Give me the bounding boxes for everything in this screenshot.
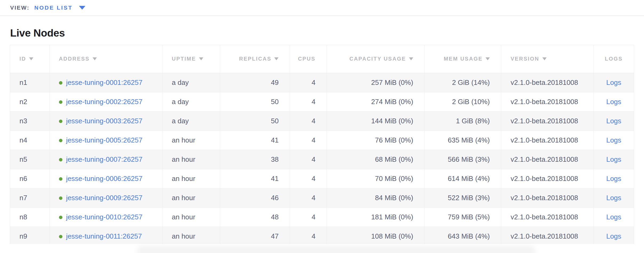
- cell-id: n8: [10, 207, 49, 227]
- cell-version: v2.1.0-beta.20181008: [501, 131, 594, 150]
- node-address-link[interactable]: jesse-tuning-0005:26257: [66, 136, 142, 144]
- sort-desc-arrow-icon: [199, 57, 203, 60]
- cell-version: v2.1.0-beta.20181008: [501, 188, 594, 207]
- logs-link[interactable]: Logs: [606, 232, 621, 240]
- green-dot-icon: [59, 235, 62, 238]
- chevron-down-icon: [79, 6, 85, 10]
- cell-mem_usage: 522 MiB (3%): [424, 188, 501, 207]
- cell-uptime: an hour: [162, 227, 220, 246]
- cell-capacity_usage: 181 MiB (0%): [327, 207, 424, 227]
- logs-link[interactable]: Logs: [606, 98, 621, 106]
- cell-uptime: a day: [162, 111, 220, 131]
- cell-version: v2.1.0-beta.20181008: [501, 207, 594, 227]
- node-address-link[interactable]: jesse-tuning-0006:26257: [66, 175, 142, 183]
- green-dot-icon: [59, 216, 62, 219]
- cell-mem_usage: 1 GiB (8%): [424, 111, 501, 131]
- node-address-link[interactable]: jesse-tuning-0011:26257: [66, 232, 142, 240]
- cell-logs: Logs: [594, 92, 634, 111]
- cell-uptime: an hour: [162, 150, 220, 169]
- bottom-shadow: [137, 246, 535, 253]
- table-row: n6jesse-tuning-0006:26257an hour41470 Mi…: [10, 169, 634, 188]
- node-address-link[interactable]: jesse-tuning-0009:26257: [66, 194, 142, 202]
- cell-logs: Logs: [594, 150, 634, 169]
- cell-uptime: an hour: [162, 169, 220, 188]
- cell-version: v2.1.0-beta.20181008: [501, 227, 594, 246]
- node-address-link[interactable]: jesse-tuning-0010:26257: [66, 213, 142, 221]
- node-address-link[interactable]: jesse-tuning-0007:26257: [66, 155, 142, 163]
- cell-logs: Logs: [594, 111, 634, 131]
- cell-capacity_usage: 257 MiB (0%): [327, 73, 424, 92]
- table-row: n4jesse-tuning-0005:26257an hour41476 Mi…: [10, 131, 634, 150]
- cell-logs: Logs: [594, 131, 634, 150]
- cell-version: v2.1.0-beta.20181008: [501, 111, 594, 131]
- column-header-cpus: CPUS: [290, 45, 327, 73]
- logs-link[interactable]: Logs: [606, 175, 621, 183]
- column-header-address[interactable]: ADDRESS: [49, 45, 162, 73]
- column-header-uptime[interactable]: UPTIME: [162, 45, 220, 73]
- table-header: IDADDRESSUPTIMEREPLICASCPUSCAPACITY USAG…: [10, 45, 634, 73]
- node-address-link[interactable]: jesse-tuning-0001:26257: [66, 78, 142, 86]
- cell-address: jesse-tuning-0006:26257: [49, 169, 162, 188]
- cell-mem_usage: 643 MiB (4%): [424, 227, 501, 246]
- logs-link[interactable]: Logs: [606, 136, 621, 144]
- table-row: n7jesse-tuning-0009:26257an hour46484 Mi…: [10, 188, 634, 207]
- cell-mem_usage: 614 MiB (4%): [424, 169, 501, 188]
- live-nodes-table: IDADDRESSUPTIMEREPLICASCPUSCAPACITY USAG…: [10, 45, 634, 246]
- cell-mem_usage: 635 MiB (4%): [424, 131, 501, 150]
- cell-cpus: 4: [290, 131, 327, 150]
- logs-link[interactable]: Logs: [606, 194, 621, 202]
- cell-id: n5: [10, 150, 49, 169]
- cell-uptime: an hour: [162, 188, 220, 207]
- cell-address: jesse-tuning-0001:26257: [49, 73, 162, 92]
- cell-capacity_usage: 108 MiB (0%): [327, 227, 424, 246]
- column-header-label: LOGS: [605, 56, 623, 62]
- cell-logs: Logs: [594, 207, 634, 227]
- cell-version: v2.1.0-beta.20181008: [501, 169, 594, 188]
- cell-logs: Logs: [594, 73, 634, 92]
- cell-capacity_usage: 144 MiB (0%): [327, 111, 424, 131]
- green-dot-icon: [59, 139, 62, 142]
- page-title: Live Nodes: [0, 16, 644, 39]
- column-header-label: ADDRESS: [59, 56, 90, 62]
- cell-mem_usage: 2 GiB (14%): [424, 73, 501, 92]
- column-header-id[interactable]: ID: [10, 45, 49, 73]
- sort-desc-arrow-icon: [93, 57, 97, 60]
- table-row: n2jesse-tuning-0002:26257a day504274 MiB…: [10, 92, 634, 111]
- cell-capacity_usage: 68 MiB (0%): [327, 150, 424, 169]
- logs-link[interactable]: Logs: [606, 155, 621, 163]
- cell-address: jesse-tuning-0011:26257: [49, 227, 162, 246]
- table-row: n3jesse-tuning-0003:26257a day504144 MiB…: [10, 111, 634, 131]
- sort-desc-arrow-icon: [542, 57, 547, 60]
- cell-cpus: 4: [290, 150, 327, 169]
- column-header-label: ID: [19, 56, 26, 62]
- logs-link[interactable]: Logs: [606, 78, 621, 86]
- table-body: n1jesse-tuning-0001:26257a day494257 MiB…: [10, 73, 634, 246]
- cell-address: jesse-tuning-0002:26257: [49, 92, 162, 111]
- sort-desc-arrow-icon: [486, 57, 490, 60]
- cell-id: n9: [10, 227, 49, 246]
- cell-replicas: 38: [220, 150, 290, 169]
- cell-version: v2.1.0-beta.20181008: [501, 92, 594, 111]
- cell-logs: Logs: [594, 188, 634, 207]
- node-address-link[interactable]: jesse-tuning-0003:26257: [66, 117, 142, 125]
- cell-replicas: 41: [220, 131, 290, 150]
- logs-link[interactable]: Logs: [606, 213, 621, 221]
- column-header-capacity_usage[interactable]: CAPACITY USAGE: [327, 45, 424, 73]
- column-header-replicas[interactable]: REPLICAS: [220, 45, 290, 73]
- node-address-link[interactable]: jesse-tuning-0002:26257: [66, 98, 142, 106]
- cell-replicas: 41: [220, 169, 290, 188]
- view-selector-dropdown[interactable]: NODE LIST: [34, 5, 86, 11]
- cell-uptime: a day: [162, 73, 220, 92]
- column-header-label: VERSION: [511, 56, 539, 62]
- cell-cpus: 4: [290, 73, 327, 92]
- cell-id: n2: [10, 92, 49, 111]
- cell-replicas: 50: [220, 111, 290, 131]
- cell-capacity_usage: 76 MiB (0%): [327, 131, 424, 150]
- column-header-mem_usage[interactable]: MEM USAGE: [424, 45, 501, 73]
- cell-replicas: 49: [220, 73, 290, 92]
- column-header-version[interactable]: VERSION: [501, 45, 594, 73]
- cell-cpus: 4: [290, 92, 327, 111]
- sort-desc-arrow-icon: [29, 57, 33, 60]
- cell-cpus: 4: [290, 169, 327, 188]
- logs-link[interactable]: Logs: [606, 117, 621, 125]
